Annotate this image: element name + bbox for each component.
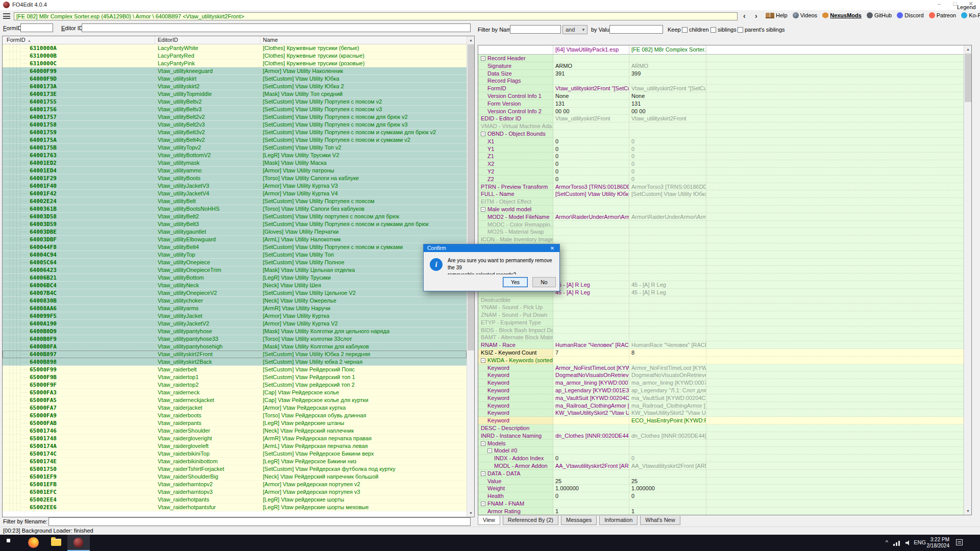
table-row[interactable]: ···65000FA7Vtaw_raiderjacket[Armor] Vtaw…: [3, 404, 467, 412]
collapse-icon[interactable]: -: [481, 207, 485, 212]
table-row[interactable]: ···65001746Vtaw_raiderShoulder[Neck] Vta…: [3, 427, 467, 435]
left-scrollbar-thumb[interactable]: [468, 44, 474, 350]
record-row[interactable]: Y200: [478, 168, 964, 176]
fo4edit-taskbar-button[interactable]: [67, 535, 90, 551]
record-row[interactable]: Y100: [478, 145, 964, 153]
tab-referenced-by[interactable]: Referenced By (2): [503, 516, 558, 525]
collapse-icon[interactable]: -: [481, 441, 485, 446]
record-row[interactable]: Keywordma_VaultSuit [KYWD:00204C22]ma_Va…: [478, 394, 964, 402]
record-row[interactable]: MODL - Armor AddonAA_Vtawutilityskirt2Fr…: [478, 462, 964, 470]
record-row[interactable]: Data Size391399: [478, 70, 964, 78]
record-row[interactable]: Value2525: [478, 478, 964, 485]
table-row[interactable]: ···6400175AVtaw_utilityBelt4v2[SetCustom…: [3, 136, 467, 144]
record-row[interactable]: FormIDVtaw_utilityskirt2Front "[SetCust.…: [478, 85, 964, 92]
table-row[interactable]: ···6400B0D9Vtaw_utilitypantyhose[Mask] V…: [3, 328, 467, 335]
column-header-editorid[interactable]: EditorID: [158, 37, 178, 43]
table-row[interactable]: ···6500174EVtaw_raiderbikinibottom[LegR]…: [3, 458, 467, 465]
record-row[interactable]: Destructible: [478, 296, 964, 304]
table-row[interactable]: ···65002EE4Vtaw_raiderhotpants[LegR] Vta…: [3, 496, 467, 504]
record-row[interactable]: Form Version131131: [478, 100, 964, 108]
table-row[interactable]: ···65000F99Vtaw_raiderbelt[SetCustom] Vt…: [3, 366, 467, 373]
formid-input[interactable]: [20, 23, 53, 32]
action-center-icon[interactable]: [956, 539, 963, 545]
tab-view[interactable]: View: [478, 516, 500, 525]
keep-parents-siblings-checkbox[interactable]: parent's siblings: [738, 27, 785, 33]
table-row[interactable]: ···64006B21Vtaw_utilityBottom[LegR] Vtaw…: [3, 274, 467, 282]
collapse-icon[interactable]: -: [481, 132, 485, 136]
record-row[interactable]: KeywordKW_VtawUtilitySkirt2 "Vtaw Utilit…: [478, 409, 964, 417]
plugin-column-2[interactable]: [FE 082] M8r Complex Sorter.esp: [629, 45, 706, 54]
table-row[interactable]: ···6310000CLacyPantyPink[Clothes] Кружев…: [3, 60, 467, 67]
record-row[interactable]: MO2S - Material Swap: [478, 228, 964, 236]
collapse-icon[interactable]: -: [481, 358, 485, 363]
table-row[interactable]: ···65000FA3Vtaw_raiderneck[Cap] Vtaw Рей…: [3, 389, 467, 396]
table-row[interactable]: ···64004C94Vtaw_utilityTop[SetCustom] Vt…: [3, 251, 467, 259]
table-row[interactable]: ···64003D58Vtaw_utilityBelt2[SetCustom] …: [3, 213, 467, 220]
record-row[interactable]: Weight1.0000001.000000: [478, 485, 964, 492]
yes-button[interactable]: Yes: [503, 277, 528, 287]
record-row[interactable]: -OBND - Object Bounds: [478, 130, 964, 138]
record-row[interactable]: FULL - Name[SetCustom] Vtaw Utility Юбка…: [478, 190, 964, 198]
table-row[interactable]: ···64006BC4Vtaw_utilityNeck[Neck] Vtaw U…: [3, 282, 467, 289]
table-row[interactable]: ···64002E24Vtaw_utilityBelt[SetCustom] V…: [3, 197, 467, 205]
table-row[interactable]: ···64000F99Vtaw_utilitykneeguard[Armor] …: [3, 67, 467, 75]
tab-information[interactable]: Information: [599, 516, 638, 525]
no-button[interactable]: No: [532, 277, 556, 287]
keep-children-checkbox[interactable]: children: [682, 27, 709, 33]
record-row[interactable]: -KWDA - Keywords (sorted): [478, 357, 964, 364]
table-row[interactable]: ···64001F42Vtaw_utilityJacketV4[Armor] V…: [3, 190, 467, 197]
table-row[interactable]: ···640099F5Vtaw_utilityJacket[Armor] Vta…: [3, 312, 467, 320]
table-row[interactable]: ···640044F8Vtaw_utilityBelt4[SetCustom] …: [3, 243, 467, 251]
record-row[interactable]: ICON - Male Inventory Image: [478, 236, 964, 243]
nav-forward-icon[interactable]: ›: [755, 12, 757, 20]
firefox-taskbar-button[interactable]: [22, 535, 45, 551]
record-row[interactable]: ZNAM - Sound - Put Down: [478, 311, 964, 319]
record-row[interactable]: KeywordECO_HasEntryPoint [KYWD:FE05...: [478, 417, 964, 424]
table-row[interactable]: ···6310000BLacyPantyRed[Clothes] Кружевн…: [3, 52, 467, 60]
record-row[interactable]: YNAM - Sound - Pick Up: [478, 304, 964, 311]
table-row[interactable]: ···64007B4CVtaw_utilityOnepieceV2[SetCus…: [3, 289, 467, 297]
table-row[interactable]: ···64003D59Vtaw_utilityBelt3[SetCustom] …: [3, 220, 467, 228]
table-row[interactable]: ···64003DBEVtaw_utilitygauntlet[Gloves] …: [3, 228, 467, 236]
scroll-up-icon[interactable]: ▲: [964, 45, 972, 53]
record-row[interactable]: Armor Rating11: [478, 508, 964, 515]
legend-button[interactable]: Legend: [957, 4, 976, 10]
table-row[interactable]: ···6400A190Vtaw_utilityJacketV2[Armor] V…: [3, 320, 467, 328]
nexusmods-link[interactable]: NexusMods: [822, 12, 862, 18]
record-row[interactable]: Z100: [478, 153, 964, 160]
record-row[interactable]: KeywordDogmeatNoVisualsOnRetrieve [K...D…: [478, 371, 964, 379]
nav-back-icon[interactable]: ‹: [743, 12, 746, 20]
column-header-formid[interactable]: FormID▲: [7, 37, 31, 43]
scroll-up-icon[interactable]: ▲: [467, 36, 475, 44]
record-row[interactable]: Record Flags: [478, 77, 964, 85]
record-row[interactable]: BIDS - Block Bash Impact Dat...: [478, 327, 964, 334]
column-header-name[interactable]: Name: [263, 37, 278, 43]
table-row[interactable]: ···65000FA9Vtaw_raiderboots[Torso] Vtaw …: [3, 412, 467, 419]
record-row[interactable]: -Male world model: [478, 206, 964, 213]
record-row[interactable]: RNAM - RaceHumanRace "Человек" [RACE:0..…: [478, 341, 964, 349]
table-row[interactable]: ···65002EE6Vtaw_raiderhotpantsfur[LegR] …: [3, 504, 467, 511]
record-row[interactable]: SignatureARMOARMO: [478, 62, 964, 70]
tab-whats-new[interactable]: What's New: [640, 516, 680, 525]
tray-caret-icon[interactable]: ^: [886, 539, 888, 545]
collapse-icon[interactable]: -: [481, 502, 485, 506]
patreon-link[interactable]: Patreon: [929, 12, 957, 18]
clock[interactable]: 3:22 PM 2/18/2024: [927, 537, 950, 549]
table-row[interactable]: ···6400B0FAVtaw_utilitypantyhosehigh[Mas…: [3, 343, 467, 350]
record-row[interactable]: ETYP - Equipment Type: [478, 319, 964, 327]
keep-siblings-checkbox[interactable]: siblings: [710, 27, 737, 33]
table-row[interactable]: ···6500174AVtaw_raidergloveleft[ArmL] Vt…: [3, 442, 467, 450]
table-row[interactable]: ···64001F40Vtaw_utilityJacketV3[Armor] V…: [3, 182, 467, 190]
table-row[interactable]: ···6400B898Vtaw_utilityskirt2Back[SetCus…: [3, 358, 467, 366]
record-row[interactable]: X200: [478, 160, 964, 168]
table-row[interactable]: ···64001758Vtaw_utilityBelt2v3[SetCustom…: [3, 121, 467, 129]
menu-icon[interactable]: [3, 13, 10, 19]
table-row[interactable]: ···64001ED2Vtaw_utilitymask[Mask] Vtaw U…: [3, 159, 467, 167]
record-row[interactable]: VMAD - Virtual Machine Ada...: [478, 122, 964, 130]
filter-operator-select[interactable]: and▼: [562, 25, 587, 34]
volume-icon[interactable]: [905, 540, 911, 545]
record-row[interactable]: EITM - Object Effect: [478, 198, 964, 206]
table-row[interactable]: ···6400173EVtaw_utilityTopmiddle[Mask] V…: [3, 90, 467, 98]
record-row[interactable]: Version Control Info 1NoneNone: [478, 92, 964, 100]
record-row[interactable]: Keywordap_Legendary [KYWD:001E32C8]ap_Le…: [478, 387, 964, 394]
